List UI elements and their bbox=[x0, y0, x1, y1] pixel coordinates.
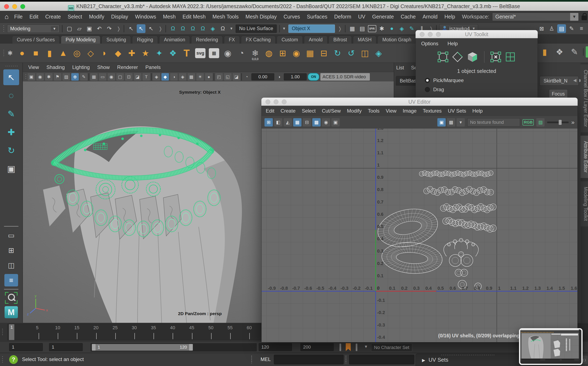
screen-preview-overlay[interactable] bbox=[519, 328, 583, 365]
chevron-down-icon[interactable]: ▼ bbox=[229, 27, 233, 31]
range-slider-bar[interactable]: 1 120 bbox=[92, 344, 193, 351]
wire-icon[interactable]: ◈ bbox=[153, 73, 160, 81]
mel-label[interactable]: MEL bbox=[260, 357, 271, 362]
uv-editor-menu-item[interactable]: Cut/Sew bbox=[322, 108, 341, 114]
tool-settings-icon[interactable]: ✎ bbox=[567, 24, 576, 33]
ipr-icon[interactable]: IPR bbox=[368, 25, 376, 32]
poly-cylinder[interactable]: ▮ bbox=[43, 45, 56, 61]
menu-set-dropdown[interactable]: Modeling▼ bbox=[7, 24, 59, 33]
mirror[interactable]: ◫ bbox=[359, 45, 371, 61]
shelf-tab[interactable]: Bifrost bbox=[329, 36, 352, 44]
radio-dot[interactable] bbox=[425, 87, 430, 92]
slider-marker[interactable] bbox=[356, 343, 357, 351]
paint-fx-icon[interactable]: ✎ bbox=[407, 24, 416, 33]
sel-hierarchy-icon[interactable]: ↖ bbox=[127, 24, 136, 33]
texture-field[interactable]: No texture found bbox=[467, 118, 520, 127]
playback-end-field[interactable]: 120 bbox=[259, 343, 292, 351]
radio-dot[interactable] bbox=[425, 78, 430, 83]
hud-t-icon[interactable]: T bbox=[143, 73, 150, 81]
toolkit-menu-item[interactable]: Help bbox=[448, 41, 458, 46]
poly-plane[interactable]: ◇ bbox=[84, 45, 97, 61]
uv-editor-menu-item[interactable]: UV Sets bbox=[448, 108, 466, 114]
bevel-tool[interactable]: ✦ bbox=[153, 45, 166, 61]
uv-editor-menu-item[interactable]: Tools bbox=[368, 108, 380, 114]
color-management-toggle[interactable]: ON bbox=[308, 73, 319, 81]
redo-icon[interactable]: ↷ bbox=[105, 24, 114, 33]
grid-block[interactable]: ▦ bbox=[304, 45, 316, 61]
uv-editor-titlebar[interactable]: UV Editor bbox=[261, 98, 578, 106]
magnifier-icon[interactable] bbox=[5, 292, 17, 304]
render-settings-icon[interactable]: ✱ bbox=[378, 24, 386, 33]
cam-lock-icon[interactable]: ◉ bbox=[36, 73, 44, 81]
section-chevron-icon[interactable]: ❭ bbox=[116, 26, 121, 31]
poly-cube[interactable]: ■ bbox=[29, 45, 42, 61]
snap-view-icon[interactable]: Ω bbox=[218, 24, 227, 33]
layout-two[interactable]: ◫ bbox=[4, 259, 18, 272]
character-set-dropdown[interactable]: No Character Set bbox=[371, 343, 412, 352]
home-icon[interactable]: ⌂ bbox=[5, 13, 8, 21]
chevron-down-icon[interactable]: ▼ bbox=[364, 344, 368, 349]
range-handle-right[interactable] bbox=[189, 344, 193, 351]
new-scene-icon[interactable]: ▢ bbox=[65, 24, 74, 33]
iso1-icon[interactable]: ◰ bbox=[215, 73, 223, 81]
uv-editor-canvas[interactable]: -0.9-0.8-0.7-0.6-0.5-0.4-0.3-0.2-0.100.1… bbox=[261, 129, 578, 342]
render-frame-icon[interactable]: ▤ bbox=[358, 24, 367, 33]
uv-frame2-icon[interactable]: ⊟ bbox=[303, 118, 311, 127]
view-transform-field[interactable]: ACES 1.0 SDR-video bbox=[321, 73, 370, 81]
current-frame-indicator[interactable]: 1 bbox=[9, 324, 14, 340]
menu-item[interactable]: Select bbox=[68, 14, 82, 20]
rgb-channel-button[interactable]: RGB bbox=[523, 119, 534, 125]
light-icon[interactable]: ● bbox=[388, 24, 396, 33]
chevron-down-icon[interactable]: ▼ bbox=[282, 27, 286, 31]
snowflake-origin[interactable]: ❄0,0,0 bbox=[249, 45, 262, 61]
select-tool[interactable]: ↖ bbox=[3, 69, 19, 85]
modeling-toolkit-icon[interactable]: ⊠ bbox=[537, 24, 546, 33]
menu-item[interactable]: Cache bbox=[401, 14, 416, 20]
shelf-tab[interactable]: Rigging bbox=[132, 36, 158, 44]
texture-display-icon[interactable]: ▨ bbox=[536, 118, 545, 127]
section-chevron-icon[interactable]: ❭ bbox=[337, 26, 342, 31]
shelf-tab[interactable]: Poly Modeling bbox=[61, 36, 100, 44]
snap-point-icon[interactable]: Ω bbox=[188, 24, 197, 33]
shelf-tab[interactable]: Arnold bbox=[304, 36, 327, 44]
drag-grip[interactable] bbox=[3, 25, 5, 33]
playback-start-field[interactable]: 1 bbox=[49, 343, 83, 351]
menu-item[interactable]: Edit bbox=[30, 14, 38, 20]
rotate-tool[interactable]: ↻ bbox=[3, 143, 19, 158]
boolean[interactable]: ◍ bbox=[262, 45, 275, 61]
scale-tool[interactable]: ▣ bbox=[3, 161, 19, 176]
light-cube-icon[interactable]: ◈ bbox=[179, 73, 186, 81]
shelf-tab[interactable]: MASH bbox=[353, 36, 376, 44]
res-icon[interactable]: ◉ bbox=[108, 73, 115, 81]
rotate-ccw[interactable]: ↺ bbox=[345, 45, 358, 61]
uv-iso2-icon[interactable]: ◧ bbox=[274, 118, 282, 127]
slider-knob[interactable] bbox=[559, 120, 562, 125]
face-select-icon[interactable] bbox=[467, 51, 478, 63]
drag-grip[interactable] bbox=[3, 49, 5, 57]
shadow-icon[interactable]: ● bbox=[205, 73, 213, 81]
toolkit-menu-item[interactable]: Options bbox=[421, 41, 438, 46]
pencil[interactable]: ✎ bbox=[568, 44, 581, 60]
shelf-tab[interactable]: Animation bbox=[159, 36, 190, 44]
blocks[interactable]: ⊞ bbox=[276, 45, 289, 61]
grease-icon[interactable]: ✎ bbox=[80, 73, 87, 81]
panel-menu-item[interactable]: Lighting bbox=[72, 64, 90, 70]
edge-select-icon[interactable] bbox=[452, 52, 463, 62]
workspace-select[interactable]: General* ▼ bbox=[492, 13, 579, 21]
gear-icon[interactable]: ✱ bbox=[8, 49, 13, 57]
help-icon[interactable]: ? bbox=[9, 355, 18, 364]
sel-component-icon[interactable]: ↖ bbox=[147, 24, 155, 33]
uv-iso3-icon[interactable]: ◭ bbox=[284, 118, 292, 127]
sidebar-tab[interactable]: Attribute Editor bbox=[580, 136, 588, 178]
shelf-tab[interactable]: FX Caching bbox=[241, 36, 275, 44]
sculpt-column[interactable]: ▮ bbox=[538, 44, 551, 60]
save-scene-icon[interactable]: ▣ bbox=[85, 24, 94, 33]
range-slider-track[interactable]: 1 120 bbox=[91, 343, 257, 351]
menu-item[interactable]: Create bbox=[45, 14, 61, 20]
drag-grip[interactable] bbox=[5, 65, 17, 67]
shelf-tab[interactable]: Curves / Surfaces bbox=[12, 36, 60, 44]
anim-start-field[interactable]: 1 bbox=[9, 343, 43, 351]
torus-grid[interactable]: ◉ bbox=[290, 45, 303, 61]
exposure-icon[interactable]: ◔ bbox=[243, 73, 250, 81]
render-tex-icon[interactable]: ◈ bbox=[397, 24, 406, 33]
